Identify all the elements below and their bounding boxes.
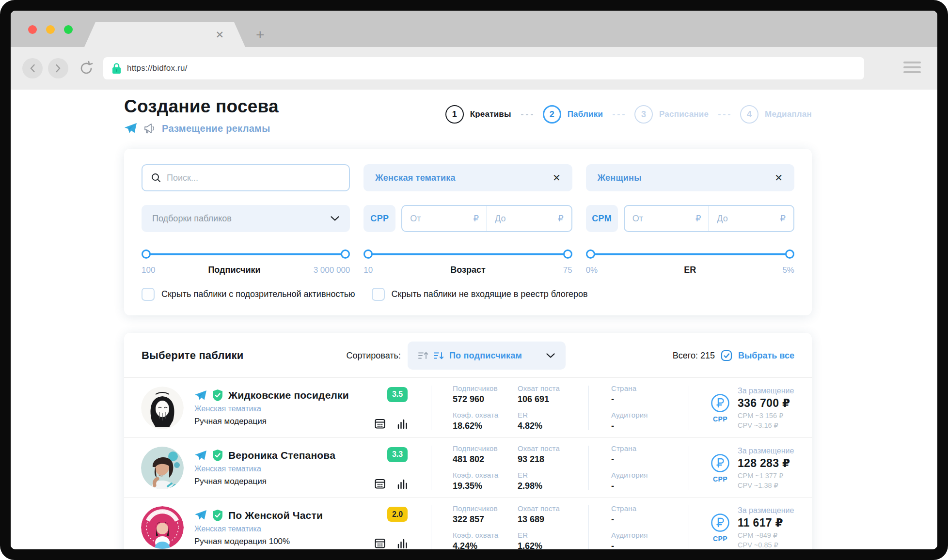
public-moderation: Ручная модерация (194, 477, 359, 486)
close-window-button[interactable] (28, 25, 37, 34)
device-frame: ✕ + https://bidfox.ru/ (0, 0, 948, 560)
cpm-estimate: CPM ~1 377 ₽ (738, 472, 794, 480)
title-block: Создание посева Размещение рекламы (124, 96, 279, 134)
badge-zone: 3.5 (359, 387, 408, 429)
close-icon[interactable]: ✕ (553, 172, 561, 184)
cpm-to-field[interactable]: ₽ (709, 206, 793, 231)
cpp-icon-block: CPP (711, 393, 730, 423)
select-all-button[interactable]: Выбрать все (738, 351, 794, 361)
audience-filter-chip[interactable]: Женщины ✕ (586, 164, 794, 191)
checkbox[interactable] (372, 288, 385, 301)
stat-audience: Аудитория - (611, 531, 689, 550)
search-input[interactable] (167, 173, 340, 183)
cpm-tag: CPM (586, 205, 618, 232)
filters-row-2: Подборки пабликов CPP ₽ ₽ (142, 205, 794, 232)
refresh-button[interactable] (76, 58, 96, 78)
step-schedule[interactable]: 3 Расписание (634, 105, 709, 124)
public-name[interactable]: По Женской Части (228, 510, 323, 521)
cpp-from-input[interactable] (410, 214, 470, 224)
calendar-icon[interactable] (375, 538, 385, 548)
stat-er: ER 4.82% (518, 411, 588, 431)
cpp-to-field[interactable]: ₽ (487, 206, 571, 231)
ruble-sign: ₽ (780, 213, 786, 224)
filters-sliders: 100 Подписчики 3 000 000 10 Возраст (142, 249, 794, 275)
slider-max-value: 3 000 000 (314, 265, 350, 275)
divider (588, 386, 589, 430)
public-name[interactable]: Жидковские посиделки (228, 389, 349, 401)
search-box[interactable] (142, 164, 350, 191)
menu-button[interactable] (903, 62, 921, 73)
cpm-from-input[interactable] (632, 214, 693, 224)
new-tab-button[interactable]: + (256, 27, 265, 43)
step-creatives[interactable]: 1 Креативы (445, 105, 511, 124)
divider (689, 505, 689, 549)
cpp-to-input[interactable] (495, 214, 555, 224)
stats-chart-icon[interactable] (397, 418, 408, 429)
slider-handle-max[interactable] (785, 249, 794, 259)
close-icon[interactable]: ✕ (774, 172, 783, 184)
back-button[interactable] (22, 58, 43, 78)
stats-chart-icon[interactable] (397, 478, 408, 489)
minimize-window-button[interactable] (46, 25, 55, 34)
stat-country: Страна - (611, 444, 689, 465)
slider-min-value: 100 (142, 265, 155, 275)
public-name[interactable]: Вероника Степанова (228, 450, 335, 461)
hide-suspicious-checkbox-row[interactable]: Скрыть паблики с подозрительной активнос… (142, 288, 355, 301)
slider-track[interactable] (364, 249, 571, 259)
divider (588, 505, 589, 549)
sort-label: Сортировать: (346, 351, 401, 361)
calendar-icon[interactable] (375, 478, 385, 489)
slider-handle-min[interactable] (363, 249, 373, 259)
cpm-estimate: CPM ~3 156 ₽ (738, 412, 794, 420)
slider-handle-max[interactable] (341, 249, 350, 259)
step-mediaplan[interactable]: 4 Медиаплан (740, 105, 812, 124)
public-category: Женская тематика (194, 404, 359, 413)
stepper: 1 Креативы 2 Паблики 3 Расписание 4 (445, 105, 812, 124)
public-row[interactable]: Жидковские посиделки Женская тематика Ру… (124, 377, 812, 437)
theme-filter-chip[interactable]: Женская тематика ✕ (363, 164, 572, 191)
placement-label: За размещение (738, 506, 794, 515)
step-publics[interactable]: 2 Паблики (543, 105, 603, 124)
search-icon (151, 173, 161, 183)
cpv-estimate: CPV ~1.38 ₽ (738, 482, 794, 489)
price-zone: CPP За размещение 336 700 ₽ CPM ~3 156 ₽… (711, 387, 794, 429)
stats-chart-icon[interactable] (397, 538, 408, 548)
collections-dropdown[interactable]: Подборки пабликов (142, 205, 350, 232)
cpp-from-field[interactable]: ₽ (402, 206, 487, 231)
slider-name: ER (684, 265, 696, 275)
public-category: Женская тематика (194, 525, 359, 533)
checkbox[interactable] (142, 288, 155, 301)
slider-track[interactable] (142, 249, 349, 259)
calendar-icon[interactable] (375, 418, 385, 429)
slider-track[interactable] (587, 249, 793, 259)
slider-handle-min[interactable] (142, 249, 151, 259)
public-row[interactable]: По Женской Части Женская тематика Ручная… (124, 498, 812, 549)
public-row[interactable]: Вероника Степанова Женская тематика Ручн… (124, 437, 812, 498)
avatar (141, 506, 184, 549)
slider-handle-max[interactable] (563, 249, 572, 259)
avatar (141, 447, 184, 489)
maximize-window-button[interactable] (64, 25, 73, 34)
stat-country: Страна - (611, 384, 689, 404)
tab-close-icon[interactable]: ✕ (215, 30, 224, 40)
cpm-from-field[interactable]: ₽ (625, 206, 709, 231)
checkbox-checked-icon[interactable] (721, 350, 732, 361)
ruble-circle-icon (711, 513, 730, 532)
url-bar[interactable]: https://bidfox.ru/ (103, 57, 864, 79)
cpp-icon-block: CPP (711, 513, 730, 543)
slider-handle-min[interactable] (586, 249, 595, 259)
browser-tab[interactable]: ✕ (84, 22, 245, 47)
sort-dropdown[interactable]: По подписчикам (408, 342, 566, 370)
placement-label: За размещение (738, 447, 794, 455)
cpm-to-input[interactable] (717, 214, 777, 224)
price-block: За размещение 336 700 ₽ CPM ~3 156 ₽ CPV… (738, 387, 794, 429)
step-separator (521, 114, 533, 115)
telegram-icon (194, 510, 207, 521)
hide-unregistered-checkbox-row[interactable]: Скрыть паблики не входящие в реестр блог… (372, 288, 588, 301)
browser-window: ✕ + https://bidfox.ru/ (11, 11, 937, 549)
public-info: Жидковские посиделки Женская тематика Ру… (194, 389, 359, 426)
cpm-estimate: CPM ~849 ₽ (738, 531, 794, 539)
ruble-circle-icon (711, 453, 730, 473)
forward-button[interactable] (48, 58, 68, 78)
step-separator (613, 114, 625, 115)
